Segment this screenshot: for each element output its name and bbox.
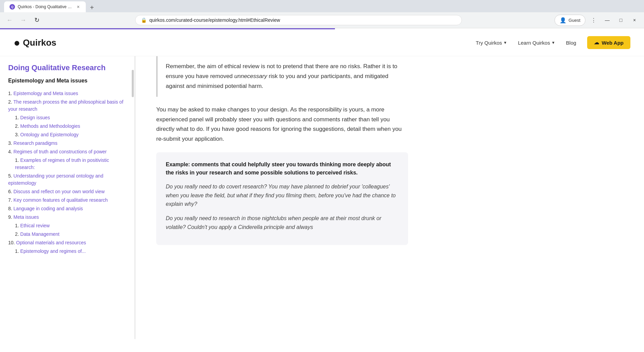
toc-link-3[interactable]: Research paradigms — [14, 140, 58, 146]
toc-sub-item-2-2: 2. Methods and Methodologies — [15, 123, 126, 130]
site-header: ● Quirkos Try Quirkos ▼ Learn Quirkos ▼ … — [0, 29, 644, 56]
web-app-button[interactable]: ☁ Web App — [587, 36, 630, 49]
toc-link-2-1[interactable]: Design issues — [20, 115, 50, 120]
toc-link-8[interactable]: Language in coding and analysis — [14, 206, 83, 211]
toc-sub-item-2-3: 3. Ontology and Epistemology — [15, 131, 126, 138]
minimize-button[interactable]: — — [602, 15, 613, 26]
extensions-button[interactable]: ⋮ — [588, 15, 599, 26]
toc-sub-item-10-1: 1. Epistemology and regimes of... — [15, 248, 126, 255]
logo-icon: ● — [14, 36, 20, 49]
website: ● Quirkos Try Quirkos ▼ Learn Quirkos ▼ … — [0, 29, 644, 339]
site-nav: Try Quirkos ▼ Learn Quirkos ▼ Blog ☁ Web… — [476, 36, 630, 49]
cloud-icon: ☁ — [594, 40, 599, 46]
toc-item-4: 4. Regimes of truth and constructions of… — [8, 148, 126, 171]
close-window-button[interactable]: × — [629, 15, 640, 26]
example-item-1: Do you really need to do covert research… — [166, 182, 399, 209]
nav-learn-quirkos[interactable]: Learn Quirkos ▼ — [518, 40, 555, 46]
new-tab-button[interactable]: + — [87, 3, 97, 12]
toc-list: 1. Epistemology and Meta issues 2. The r… — [8, 90, 126, 255]
browser-chrome: Q Quirkos - Doing Qualitative Re... × + … — [0, 0, 644, 28]
blockquote: Remember, the aim of ethical review is n… — [156, 56, 408, 97]
maximize-button[interactable]: □ — [615, 15, 626, 26]
toc-link-10[interactable]: Optional materials and resources — [16, 240, 86, 245]
lock-icon: 🔒 — [141, 17, 147, 23]
toc-item-7: 7. Key common features of qualitative re… — [8, 197, 126, 204]
sidebar: Doing Qualitative Research Epistemology … — [0, 56, 134, 339]
back-button[interactable]: ← — [4, 15, 15, 26]
toc-sub-2: 1. Design issues 2. Methods and Methodol… — [8, 114, 126, 138]
chevron-down-icon: ▼ — [551, 41, 555, 45]
toc-link-4[interactable]: Regimes of truth and constructions of po… — [14, 149, 107, 154]
active-tab[interactable]: Q Quirkos - Doing Qualitative Re... × — [4, 1, 86, 12]
close-tab-button[interactable]: × — [76, 3, 80, 10]
tab-favicon: Q — [10, 4, 15, 10]
content-wrapper: Doing Qualitative Research Epistemology … — [0, 56, 644, 339]
toc-item-1: 1. Epistemology and Meta issues — [8, 90, 126, 97]
address-bar-row: ← → ↻ 🔒 quirkos.com/curated-course/epist… — [0, 12, 644, 28]
nav-try-quirkos[interactable]: Try Quirkos ▼ — [476, 40, 507, 46]
toc-item-8: 8. Language in coding and analysis — [8, 205, 126, 212]
toc-item-10: 10. Optional materials and resources 1. … — [8, 239, 126, 255]
address-bar[interactable]: 🔒 quirkos.com/curated-course/epistemolog… — [135, 15, 462, 25]
toc-link-2-3[interactable]: Ontology and Epistemology — [20, 132, 79, 137]
toc-item-9: 9. Meta issues 1. Ethical review 2. Data… — [8, 214, 126, 238]
toc-sub-item-2-1: 1. Design issues — [15, 114, 126, 121]
toc-link-9[interactable]: Meta issues — [14, 214, 39, 220]
site-logo[interactable]: ● Quirkos — [14, 36, 57, 49]
toc-item-2: 2. The research process the and philosop… — [8, 98, 126, 138]
nav-blog[interactable]: Blog — [566, 40, 576, 46]
toc-link-5[interactable]: Understanding your personal ontology and… — [8, 173, 103, 186]
sidebar-scroll-thumb — [132, 70, 134, 97]
toc-link-4-1[interactable]: Examples of regimes of truth in positivi… — [15, 157, 109, 170]
guest-button[interactable]: 👤 Guest — [554, 15, 585, 26]
toc-sub-item-4-1: 1. Examples of regimes of truth in posit… — [15, 157, 126, 171]
chevron-down-icon: ▼ — [503, 41, 507, 45]
toc-sub-item-9-2: 2. Data Management — [15, 231, 126, 238]
logo-text: Quirkos — [23, 37, 56, 48]
toc-sub-item-9-1: 1. Ethical review — [15, 222, 126, 229]
refresh-button[interactable]: ↻ — [31, 15, 42, 26]
toc-sub-10: 1. Epistemology and regimes of... — [8, 248, 126, 255]
toc-link-7[interactable]: Key common features of qualitative resea… — [14, 197, 108, 203]
blockquote-text: Remember, the aim of ethical review is n… — [166, 63, 397, 89]
article-paragraph-1: You may be asked to make changes to your… — [156, 105, 408, 144]
example-box: Example: comments that could helpfully s… — [156, 152, 408, 245]
tab-bar: Q Quirkos - Doing Qualitative Re... × + — [0, 0, 644, 12]
sidebar-subtitle: Epistemology and Meta issues — [8, 77, 126, 85]
forward-button[interactable]: → — [18, 15, 29, 26]
article-content: Remember, the aim of ethical review is n… — [136, 56, 429, 339]
toc-link-9-1[interactable]: Ethical review — [20, 223, 50, 228]
toc-link-6[interactable]: Discuss and reflect on your own world vi… — [14, 189, 105, 194]
example-item-2: Do you really need to research in those … — [166, 214, 399, 231]
toc-link-10-1[interactable]: Epistemology and regimes of... — [20, 248, 86, 254]
toc-link-2[interactable]: The research process the and philosophic… — [8, 99, 123, 112]
toc-item-5: 5. Understanding your personal ontology … — [8, 172, 126, 187]
url-display: quirkos.com/curated-course/epistemology.… — [149, 17, 456, 23]
toc-item-6: 6. Discuss and reflect on your own world… — [8, 188, 126, 195]
example-title: Example: comments that could helpfully s… — [166, 160, 399, 177]
toc-link-2-2[interactable]: Methods and Methodologies — [20, 123, 80, 129]
guest-label: Guest — [568, 18, 580, 23]
tab-title: Quirkos - Doing Qualitative Re... — [18, 4, 74, 9]
toc-item-3: 3. Research paradigms — [8, 140, 126, 147]
guest-icon: 👤 — [560, 17, 566, 24]
sidebar-title: Doing Qualitative Research — [8, 63, 126, 73]
toc-link-1[interactable]: Epistemology and Meta issues — [14, 91, 78, 96]
sidebar-scrollbar[interactable] — [131, 56, 134, 339]
toc-link-9-2[interactable]: Data Management — [20, 231, 60, 237]
toc-sub-9: 1. Ethical review 2. Data Management — [8, 222, 126, 238]
toc-sub-4: 1. Examples of regimes of truth in posit… — [8, 157, 126, 171]
